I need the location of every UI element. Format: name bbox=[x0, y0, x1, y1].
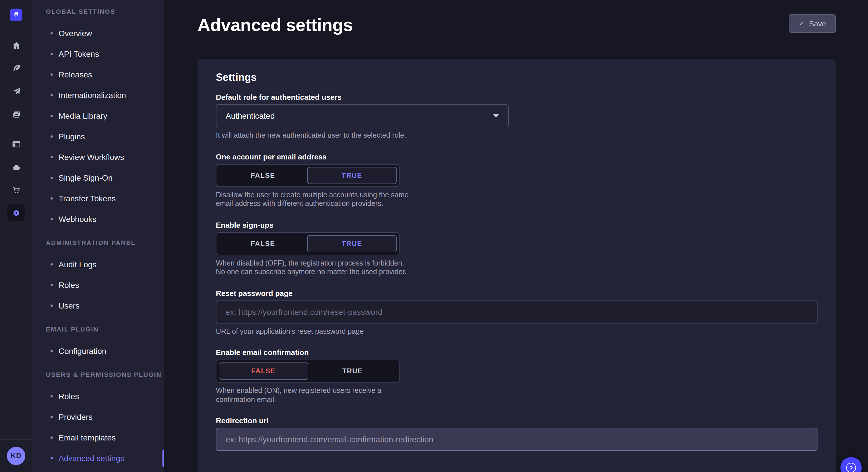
nav-section-header: USERS & PERMISSIONS PLUGIN bbox=[46, 370, 164, 378]
feather-icon[interactable] bbox=[5, 57, 28, 80]
save-button-label: Save bbox=[809, 19, 826, 28]
nav-item-plugins[interactable]: Plugins bbox=[46, 126, 164, 147]
panel-heading: Settings bbox=[216, 72, 817, 84]
field-enable-email-confirmation: Enable email confirmation FALSE TRUE Whe… bbox=[216, 348, 817, 404]
nav-item-email-configuration[interactable]: Configuration bbox=[46, 341, 164, 361]
field-label: Default role for authenticated users bbox=[216, 93, 817, 102]
nav-item-media-library[interactable]: Media Library bbox=[46, 105, 164, 126]
toggle-option-false[interactable]: FALSE bbox=[219, 235, 307, 252]
bullet-icon bbox=[51, 305, 53, 307]
bullet-icon bbox=[51, 177, 53, 179]
nav-item-releases[interactable]: Releases bbox=[46, 64, 164, 85]
sign-ups-toggle: FALSE TRUE bbox=[216, 232, 400, 255]
nav-item-transfer-tokens[interactable]: Transfer Tokens bbox=[46, 188, 164, 209]
bullet-icon bbox=[51, 457, 53, 460]
nav-item-audit-logs[interactable]: Audit Logs bbox=[46, 254, 164, 275]
nav-item-webhooks[interactable]: Webhooks bbox=[46, 209, 164, 229]
bullet-icon bbox=[51, 436, 53, 439]
cart-icon[interactable] bbox=[5, 178, 28, 201]
page-title: Advanced settings bbox=[197, 14, 353, 36]
nav-item-internationalization[interactable]: Internationalization bbox=[46, 85, 164, 105]
toggle-option-true[interactable]: TRUE bbox=[307, 167, 397, 184]
bullet-icon bbox=[51, 395, 53, 398]
field-label: Reset password page bbox=[216, 289, 817, 297]
bullet-icon bbox=[51, 218, 53, 220]
save-button[interactable]: ✓ Save bbox=[789, 14, 836, 33]
toggle-option-true[interactable]: TRUE bbox=[308, 363, 397, 380]
nav-item-email-templates[interactable]: Email templates bbox=[46, 427, 164, 448]
field-one-account-per-email: One account per email address FALSE TRUE… bbox=[216, 152, 817, 208]
nav-item-overview[interactable]: Overview bbox=[46, 23, 164, 43]
bullet-icon bbox=[51, 197, 53, 200]
default-role-select[interactable]: Authenticated bbox=[216, 104, 508, 127]
media-library-icon[interactable] bbox=[5, 103, 28, 126]
check-icon: ✓ bbox=[799, 20, 805, 28]
bullet-icon bbox=[51, 115, 53, 117]
nav-section-header: ADMINISTRATION PANEL bbox=[46, 239, 164, 247]
field-label: One account per email address bbox=[216, 152, 817, 161]
field-label: Redirection url bbox=[216, 416, 817, 425]
field-label: Enable sign-ups bbox=[216, 221, 817, 229]
nav-section-users-permissions-plugin: USERS & PERMISSIONS PLUGIN Roles Provide… bbox=[46, 370, 164, 469]
nav-item-providers[interactable]: Providers bbox=[46, 407, 164, 427]
nav-section-header: GLOBAL SETTINGS bbox=[46, 7, 164, 15]
strapi-logo[interactable] bbox=[10, 9, 22, 21]
nav-item-up-roles[interactable]: Roles bbox=[46, 386, 164, 407]
settings-gear-icon[interactable] bbox=[7, 204, 25, 222]
nav-item-api-tokens[interactable]: API Tokens bbox=[46, 43, 164, 64]
toggle-option-false[interactable]: FALSE bbox=[219, 363, 308, 380]
email-confirmation-toggle: FALSE TRUE bbox=[216, 360, 400, 382]
settings-subnav: GLOBAL SETTINGS Overview API Tokens Rele… bbox=[32, 0, 164, 472]
nav-section-administration-panel: ADMINISTRATION PANEL Audit Logs Roles Us… bbox=[46, 239, 164, 316]
profile-area: KD bbox=[0, 439, 32, 472]
field-hint: It will attach the new authenticated use… bbox=[216, 131, 817, 140]
logo-area bbox=[0, 0, 32, 30]
nav-item-admin-users[interactable]: Users bbox=[46, 295, 164, 316]
main-nav-strip: KD bbox=[0, 0, 32, 472]
bullet-icon bbox=[51, 156, 53, 158]
field-redirection-url: Redirection url bbox=[216, 416, 817, 451]
nav-icon-list bbox=[0, 30, 32, 224]
field-hint: When enabled (ON), new registered users … bbox=[216, 386, 412, 404]
home-icon[interactable] bbox=[5, 34, 28, 57]
field-reset-password-page: Reset password page URL of your applicat… bbox=[216, 289, 817, 336]
bullet-icon bbox=[51, 32, 53, 34]
field-enable-sign-ups: Enable sign-ups FALSE TRUE When disabled… bbox=[216, 221, 817, 277]
one-account-toggle: FALSE TRUE bbox=[216, 164, 400, 187]
toggle-option-false[interactable]: FALSE bbox=[219, 167, 307, 184]
main-content: Advanced settings ✓ Save Settings Defaul… bbox=[164, 0, 868, 472]
user-avatar[interactable]: KD bbox=[7, 447, 25, 465]
nav-section-global-settings: GLOBAL SETTINGS Overview API Tokens Rele… bbox=[46, 7, 164, 229]
bullet-icon bbox=[51, 94, 53, 96]
nav-item-advanced-settings[interactable]: Advanced settings bbox=[46, 448, 164, 469]
nav-section-email-plugin: EMAIL PLUGIN Configuration bbox=[46, 325, 164, 361]
settings-panel: Settings Default role for authenticated … bbox=[197, 59, 836, 472]
nav-item-admin-roles[interactable]: Roles bbox=[46, 275, 164, 295]
cloud-icon[interactable] bbox=[5, 156, 28, 178]
bullet-icon bbox=[51, 284, 53, 286]
bullet-icon bbox=[51, 53, 53, 55]
redirection-url-input[interactable] bbox=[216, 428, 817, 451]
app-window: KD GLOBAL SETTINGS Overview API Tokens R… bbox=[0, 0, 868, 472]
page-header: Advanced settings ✓ Save bbox=[164, 0, 868, 36]
layout-icon[interactable] bbox=[5, 133, 28, 156]
field-hint: Disallow the user to create multiple acc… bbox=[216, 191, 412, 208]
reset-password-input[interactable] bbox=[216, 300, 817, 323]
field-hint: URL of your application's reset password… bbox=[216, 327, 817, 336]
strapi-logo-icon bbox=[11, 10, 21, 20]
bullet-icon bbox=[51, 135, 53, 138]
bullet-icon bbox=[51, 416, 53, 418]
toggle-option-true[interactable]: TRUE bbox=[307, 235, 397, 252]
bullet-icon bbox=[51, 263, 53, 266]
nav-item-review-workflows[interactable]: Review Workflows bbox=[46, 147, 164, 167]
select-value: Authenticated bbox=[226, 111, 275, 121]
field-hint: When disabled (OFF), the registration pr… bbox=[216, 259, 412, 277]
nav-section-header: EMAIL PLUGIN bbox=[46, 325, 164, 333]
bullet-icon bbox=[51, 350, 53, 352]
field-label: Enable email confirmation bbox=[216, 348, 817, 357]
paper-plane-icon[interactable] bbox=[5, 80, 28, 103]
field-default-role: Default role for authenticated users Aut… bbox=[216, 93, 817, 140]
chevron-down-icon bbox=[493, 114, 499, 117]
nav-item-single-sign-on[interactable]: Single Sign-On bbox=[46, 167, 164, 188]
question-mark-icon: ? bbox=[846, 463, 856, 472]
